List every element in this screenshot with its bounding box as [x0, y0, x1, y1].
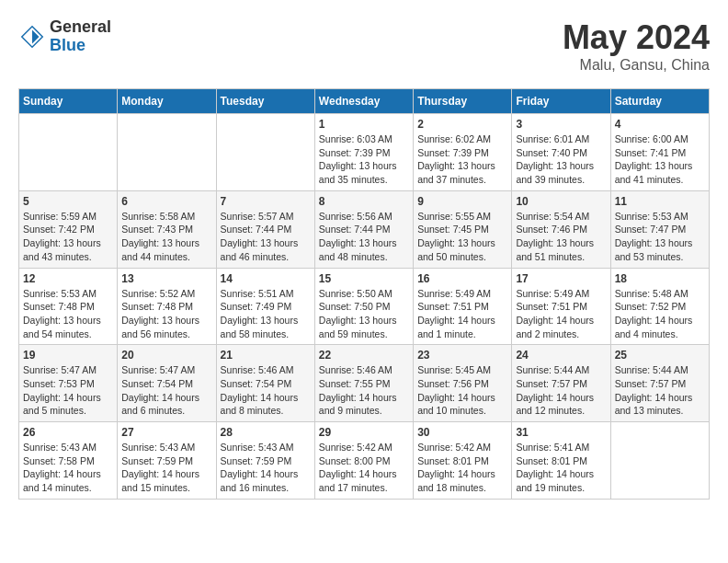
logo-text: General Blue [50, 18, 111, 55]
day-info: Sunrise: 5:53 AMSunset: 7:48 PMDaylight:… [23, 287, 113, 341]
calendar-cell: 3Sunrise: 6:01 AMSunset: 7:40 PMDaylight… [512, 114, 610, 191]
day-number: 5 [23, 195, 113, 208]
calendar-cell: 9Sunrise: 5:55 AMSunset: 7:45 PMDaylight… [414, 190, 512, 268]
day-number: 19 [23, 349, 113, 362]
day-number: 9 [417, 195, 507, 208]
calendar-cell: 11Sunrise: 5:53 AMSunset: 7:47 PMDayligh… [610, 190, 709, 268]
calendar-cell: 15Sunrise: 5:50 AMSunset: 7:50 PMDayligh… [314, 268, 413, 345]
day-number: 30 [417, 426, 507, 439]
calendar-cell [19, 114, 118, 191]
calendar-cell: 4Sunrise: 6:00 AMSunset: 7:41 PMDaylight… [610, 114, 709, 191]
weekday-header: Saturday [610, 89, 709, 114]
day-number: 7 [221, 195, 311, 208]
day-info: Sunrise: 5:44 AMSunset: 7:57 PMDaylight:… [516, 363, 606, 418]
day-number: 15 [319, 272, 409, 285]
logo: General Blue [18, 18, 111, 55]
calendar-cell: 5Sunrise: 5:59 AMSunset: 7:42 PMDaylight… [19, 190, 118, 268]
weekday-header: Monday [118, 89, 216, 114]
title-block: May 2024 Malu, Gansu, China [563, 18, 710, 74]
day-info: Sunrise: 5:42 AMSunset: 8:00 PMDaylight:… [319, 441, 409, 495]
calendar-cell: 18Sunrise: 5:48 AMSunset: 7:52 PMDayligh… [610, 268, 709, 345]
weekday-header: Wednesday [314, 89, 413, 114]
day-info: Sunrise: 5:44 AMSunset: 7:57 PMDaylight:… [615, 363, 705, 418]
logo-icon [18, 23, 46, 51]
day-number: 16 [417, 272, 507, 285]
day-info: Sunrise: 5:56 AMSunset: 7:44 PMDaylight:… [319, 210, 409, 264]
day-info: Sunrise: 5:55 AMSunset: 7:45 PMDaylight:… [417, 210, 507, 264]
calendar-cell [610, 422, 709, 500]
day-info: Sunrise: 5:50 AMSunset: 7:50 PMDaylight:… [319, 287, 409, 341]
day-info: Sunrise: 5:43 AMSunset: 7:58 PMDaylight:… [23, 441, 113, 495]
day-number: 4 [615, 118, 705, 131]
calendar-cell: 19Sunrise: 5:47 AMSunset: 7:53 PMDayligh… [19, 345, 118, 422]
calendar-cell [118, 114, 216, 191]
calendar-cell: 29Sunrise: 5:42 AMSunset: 8:00 PMDayligh… [314, 422, 413, 500]
day-number: 20 [121, 349, 211, 362]
day-number: 26 [23, 426, 113, 439]
calendar-cell: 14Sunrise: 5:51 AMSunset: 7:49 PMDayligh… [216, 268, 314, 345]
day-info: Sunrise: 5:47 AMSunset: 7:54 PMDaylight:… [121, 363, 211, 418]
location-subtitle: Malu, Gansu, China [563, 57, 710, 74]
day-number: 11 [615, 195, 705, 208]
day-info: Sunrise: 5:47 AMSunset: 7:53 PMDaylight:… [23, 363, 113, 418]
day-number: 31 [516, 426, 606, 439]
calendar-cell: 21Sunrise: 5:46 AMSunset: 7:54 PMDayligh… [216, 345, 314, 422]
day-info: Sunrise: 5:52 AMSunset: 7:48 PMDaylight:… [121, 287, 211, 341]
calendar-cell: 10Sunrise: 5:54 AMSunset: 7:46 PMDayligh… [512, 190, 610, 268]
day-info: Sunrise: 6:00 AMSunset: 7:41 PMDaylight:… [615, 132, 705, 187]
weekday-header: Tuesday [216, 89, 314, 114]
day-number: 22 [319, 349, 409, 362]
day-info: Sunrise: 5:42 AMSunset: 8:01 PMDaylight:… [417, 441, 507, 495]
weekday-header: Thursday [414, 89, 512, 114]
calendar-cell: 27Sunrise: 5:43 AMSunset: 7:59 PMDayligh… [118, 422, 216, 500]
day-info: Sunrise: 5:51 AMSunset: 7:49 PMDaylight:… [221, 287, 311, 341]
month-year-title: May 2024 [563, 18, 710, 57]
calendar-week-row: 12Sunrise: 5:53 AMSunset: 7:48 PMDayligh… [19, 268, 710, 345]
calendar-cell: 20Sunrise: 5:47 AMSunset: 7:54 PMDayligh… [118, 345, 216, 422]
weekday-header: Sunday [19, 89, 118, 114]
calendar-cell: 17Sunrise: 5:49 AMSunset: 7:51 PMDayligh… [512, 268, 610, 345]
calendar-week-row: 1Sunrise: 6:03 AMSunset: 7:39 PMDaylight… [19, 114, 710, 191]
day-info: Sunrise: 5:48 AMSunset: 7:52 PMDaylight:… [615, 287, 705, 341]
day-info: Sunrise: 6:03 AMSunset: 7:39 PMDaylight:… [319, 132, 409, 187]
calendar-cell: 7Sunrise: 5:57 AMSunset: 7:44 PMDaylight… [216, 190, 314, 268]
day-number: 27 [121, 426, 211, 439]
calendar-cell: 6Sunrise: 5:58 AMSunset: 7:43 PMDaylight… [118, 190, 216, 268]
day-info: Sunrise: 5:53 AMSunset: 7:47 PMDaylight:… [615, 210, 705, 264]
day-info: Sunrise: 5:43 AMSunset: 7:59 PMDaylight:… [221, 441, 311, 495]
day-number: 12 [23, 272, 113, 285]
day-number: 25 [615, 349, 705, 362]
calendar-week-row: 19Sunrise: 5:47 AMSunset: 7:53 PMDayligh… [19, 345, 710, 422]
day-info: Sunrise: 6:02 AMSunset: 7:39 PMDaylight:… [417, 132, 507, 187]
day-info: Sunrise: 5:43 AMSunset: 7:59 PMDaylight:… [121, 441, 211, 495]
logo-general: General [50, 18, 111, 37]
day-number: 24 [516, 349, 606, 362]
day-number: 28 [221, 426, 311, 439]
calendar-cell: 25Sunrise: 5:44 AMSunset: 7:57 PMDayligh… [610, 345, 709, 422]
calendar-cell: 16Sunrise: 5:49 AMSunset: 7:51 PMDayligh… [414, 268, 512, 345]
calendar-cell: 13Sunrise: 5:52 AMSunset: 7:48 PMDayligh… [118, 268, 216, 345]
weekday-header: Friday [512, 89, 610, 114]
day-info: Sunrise: 6:01 AMSunset: 7:40 PMDaylight:… [516, 132, 606, 187]
calendar-table: SundayMondayTuesdayWednesdayThursdayFrid… [18, 88, 710, 500]
calendar-cell [216, 114, 314, 191]
calendar-week-row: 5Sunrise: 5:59 AMSunset: 7:42 PMDaylight… [19, 190, 710, 268]
day-info: Sunrise: 5:57 AMSunset: 7:44 PMDaylight:… [221, 210, 311, 264]
page-header: General Blue May 2024 Malu, Gansu, China [18, 18, 710, 74]
day-info: Sunrise: 5:46 AMSunset: 7:54 PMDaylight:… [221, 363, 311, 418]
day-number: 6 [121, 195, 211, 208]
day-info: Sunrise: 5:49 AMSunset: 7:51 PMDaylight:… [417, 287, 507, 341]
day-info: Sunrise: 5:46 AMSunset: 7:55 PMDaylight:… [319, 363, 409, 418]
day-info: Sunrise: 5:41 AMSunset: 8:01 PMDaylight:… [516, 441, 606, 495]
calendar-cell: 2Sunrise: 6:02 AMSunset: 7:39 PMDaylight… [414, 114, 512, 191]
day-info: Sunrise: 5:58 AMSunset: 7:43 PMDaylight:… [121, 210, 211, 264]
day-number: 2 [417, 118, 507, 131]
calendar-cell: 12Sunrise: 5:53 AMSunset: 7:48 PMDayligh… [19, 268, 118, 345]
calendar-cell: 26Sunrise: 5:43 AMSunset: 7:58 PMDayligh… [19, 422, 118, 500]
day-number: 10 [516, 195, 606, 208]
day-number: 18 [615, 272, 705, 285]
calendar-cell: 8Sunrise: 5:56 AMSunset: 7:44 PMDaylight… [314, 190, 413, 268]
calendar-week-row: 26Sunrise: 5:43 AMSunset: 7:58 PMDayligh… [19, 422, 710, 500]
day-info: Sunrise: 5:59 AMSunset: 7:42 PMDaylight:… [23, 210, 113, 264]
calendar-cell: 24Sunrise: 5:44 AMSunset: 7:57 PMDayligh… [512, 345, 610, 422]
